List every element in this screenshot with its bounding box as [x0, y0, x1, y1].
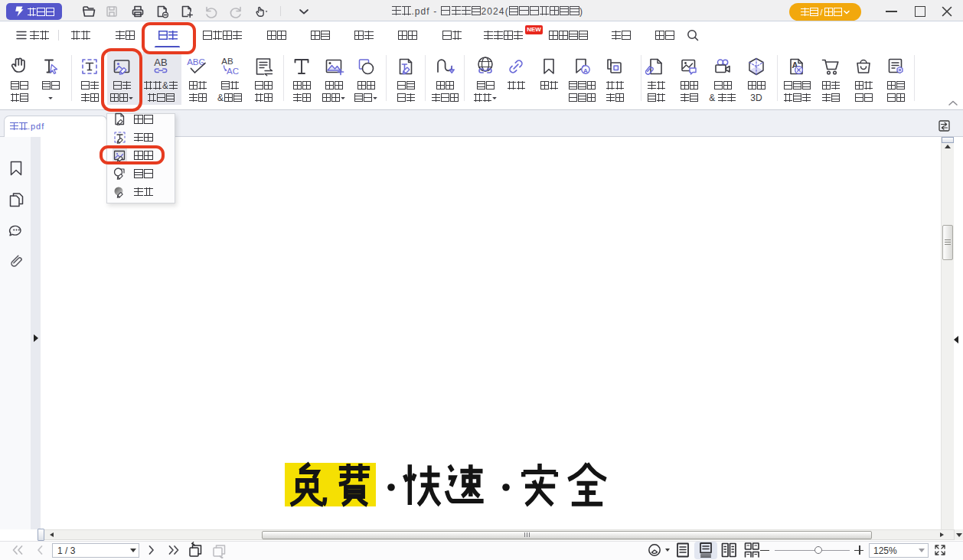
svg-text:AB: AB — [154, 57, 167, 68]
svg-text:AC: AC — [227, 67, 239, 76]
svg-text:AB: AB — [221, 57, 233, 66]
svg-text:A: A — [583, 67, 588, 74]
